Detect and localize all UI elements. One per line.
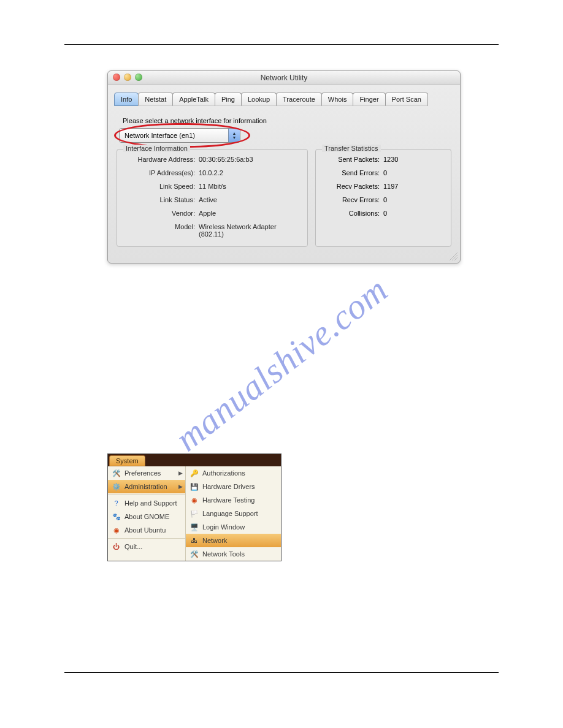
chevron-right-icon: ▶ [178,470,183,476]
ip-addresses-label: IP Address(es): [124,169,195,176]
submenu-authorizations[interactable]: 🔑 Authorizations [186,466,281,480]
minimize-icon[interactable] [124,74,131,81]
gear-icon: ⚙️ [112,482,121,491]
gnome-foot-icon: 🐾 [112,512,121,521]
recv-packets-label: Recv Packets: [323,183,380,190]
ip-addresses-value: 10.0.2.2 [199,169,300,176]
network-interface-select[interactable]: Network Interface (en1) ▲▼ [119,128,240,143]
link-status-value: Active [199,196,300,203]
tab-lookup[interactable]: Lookup [241,93,277,106]
hardware-address-label: Hardware Address: [124,156,195,163]
system-menu-tab[interactable]: System [109,455,145,466]
sent-packets-value: 1230 [383,156,443,163]
tab-traceroute[interactable]: Traceroute [276,93,322,106]
vendor-label: Vendor: [124,210,195,217]
menu-quit[interactable]: ⏻ Quit... [108,540,185,553]
submenu-hardware-testing[interactable]: ◉ Hardware Testing [186,493,281,507]
login-icon: 🖥️ [190,523,199,532]
recv-packets-value: 1197 [383,183,443,190]
window-title: Network Utility [261,74,308,82]
submenu-login-window[interactable]: 🖥️ Login Window [186,520,281,534]
menu-administration[interactable]: ⚙️ Administration ▶ [108,480,185,493]
tab-portscan[interactable]: Port Scan [385,93,428,106]
panel-title-left: Interface Information [123,145,190,152]
menu-preferences[interactable]: 🛠️ Preferences ▶ [108,466,185,480]
battery-icon: ◉ [190,496,199,505]
key-icon: 🔑 [190,469,199,478]
power-icon: ⏻ [112,542,121,552]
network-tools-icon: 🛠️ [190,550,199,559]
ubuntu-logo-icon: ◉ [112,526,121,535]
page-bottom-rule [64,672,499,673]
tab-info[interactable]: Info [114,93,139,106]
send-errors-label: Send Errors: [323,169,380,176]
administration-submenu: 🔑 Authorizations 💾 Hardware Drivers ◉ Ha… [185,466,281,561]
menu-separator [108,495,185,495]
menu-about-ubuntu[interactable]: ◉ About Ubuntu [108,523,185,537]
interface-information-panel: Interface Information Hardware Address: … [117,149,308,247]
submenu-network-tools[interactable]: 🛠️ Network Tools [186,547,281,561]
preferences-icon: 🛠️ [112,469,121,478]
tab-whois[interactable]: Whois [321,93,354,106]
mac-network-utility-screenshot: Network Utility Info Netstat AppleTalk P… [107,70,461,264]
help-icon: ? [112,499,121,508]
menu-about-gnome[interactable]: 🐾 About GNOME [108,510,185,523]
collisions-value: 0 [383,210,443,217]
menu-help[interactable]: ? Help and Support [108,496,185,510]
link-status-label: Link Status: [124,196,195,203]
resize-grip-icon[interactable] [449,252,458,260]
close-icon[interactable] [113,74,120,81]
collisions-label: Collisions: [323,210,380,217]
link-speed-label: Link Speed: [124,183,195,190]
watermark-text: manualshive.com [167,269,396,460]
chip-icon: 💾 [190,482,199,491]
flag-icon: 🏳️ [190,509,199,518]
chevron-right-icon: ▶ [178,483,183,490]
menu-separator [108,538,185,539]
hardware-address-value: 00:30:65:25:6a:b3 [199,156,300,163]
network-icon: 🖧 [190,536,199,545]
mac-titlebar: Network Utility [108,71,460,85]
vendor-value: Apple [199,210,300,217]
select-prompt: Please select a network interface for in… [123,117,451,124]
system-menu-left-column: 🛠️ Preferences ▶ ⚙️ Administration ▶ ? H… [108,466,185,561]
tab-finger[interactable]: Finger [353,93,385,106]
tab-netstat[interactable]: Netstat [138,93,173,106]
transfer-statistics-panel: Transfer Statistics Sent Packets: 1230 S… [315,149,451,247]
chevron-updown-icon: ▲▼ [228,129,240,142]
recv-errors-label: Recv Errors: [323,196,380,203]
link-speed-value: 11 Mbit/s [199,183,300,190]
zoom-icon[interactable] [135,74,142,81]
ubuntu-system-menu-screenshot: System 🛠️ Preferences ▶ ⚙️ Administratio… [107,453,282,561]
model-label: Model: [124,223,195,238]
submenu-network[interactable]: 🖧 Network [186,534,281,547]
tab-ping[interactable]: Ping [215,93,242,106]
tab-appletalk[interactable]: AppleTalk [172,93,215,106]
sent-packets-label: Sent Packets: [323,156,380,163]
page-top-rule [64,44,499,45]
panel-title-right: Transfer Statistics [322,145,381,152]
recv-errors-value: 0 [383,196,443,203]
tab-bar: Info Netstat AppleTalk Ping Lookup Trace… [108,85,460,106]
submenu-hardware-drivers[interactable]: 💾 Hardware Drivers [186,480,281,493]
select-value: Network Interface (en1) [124,132,195,139]
send-errors-value: 0 [383,169,443,176]
model-value: Wireless Network Adapter (802.11) [199,223,300,238]
submenu-language-support[interactable]: 🏳️ Language Support [186,507,281,520]
